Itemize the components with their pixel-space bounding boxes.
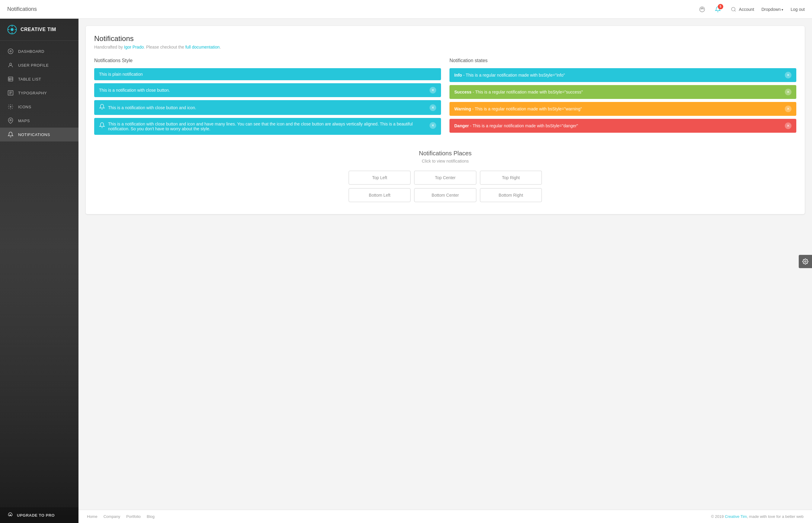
svg-point-23 <box>10 106 11 107</box>
top-nav-icons: 5 <box>697 4 739 15</box>
notification-close-btn-3[interactable]: ✕ <box>430 122 436 129</box>
sidebar-item-user-profile-label: USER PROFILE <box>18 63 49 68</box>
sidebar-item-dashboard-label: DASHBOARD <box>18 49 45 54</box>
sidebar-item-icons[interactable]: ICONS <box>0 100 79 114</box>
sidebar-item-notifications-label: NOTIFICATIONS <box>18 132 50 137</box>
account-link[interactable]: Account <box>739 7 754 12</box>
typography-icon <box>7 90 14 96</box>
bottom-right-button[interactable]: Bottom Right <box>480 188 542 202</box>
docs-link[interactable]: full documentation <box>185 44 220 50</box>
notification-bell-icon[interactable]: 5 <box>712 4 723 15</box>
notification-success-close[interactable]: ✕ <box>785 89 792 95</box>
notification-warning-text: Warning - This is a regular notification… <box>454 107 582 111</box>
sidebar-nav: DASHBOARD USER PROFILE <box>0 41 79 507</box>
notification-warning: Warning - This is a regular notification… <box>449 102 796 116</box>
sidebar-item-table-list-label: TABLE LIST <box>18 77 41 82</box>
notification-info-text: Info - This is a regular notification ma… <box>454 73 565 77</box>
notification-badge: 5 <box>718 4 723 10</box>
top-left-button[interactable]: Top Left <box>349 171 411 185</box>
bottom-center-button[interactable]: Bottom Center <box>414 188 476 202</box>
top-nav-right: Account Dropdown Log out <box>739 7 805 12</box>
brand-logo-icon <box>7 25 17 34</box>
places-section: Notifications Places Click to view notif… <box>94 150 796 202</box>
notification-close-btn-1[interactable]: ✕ <box>430 87 436 93</box>
dashboard-icon <box>7 48 14 55</box>
notification-plain: This is plain notification <box>94 68 441 80</box>
sidebar-brand[interactable]: CREATIVE TIM <box>0 19 79 41</box>
footer-blog[interactable]: Blog <box>147 514 155 519</box>
dropdown-link[interactable]: Dropdown <box>761 7 783 12</box>
table-icon <box>7 76 14 82</box>
notification-multiline-text: This is a notification with close button… <box>108 122 427 131</box>
notification-success: Success - This is a regular notification… <box>449 85 796 99</box>
page-title: Notifications <box>7 6 697 12</box>
footer-home[interactable]: Home <box>87 514 98 519</box>
top-center-button[interactable]: Top Center <box>414 171 476 185</box>
palette-icon[interactable] <box>697 4 708 15</box>
svg-line-5 <box>735 10 735 11</box>
notification-info: Info - This is a regular notification ma… <box>449 68 796 82</box>
sidebar-item-icons-label: ICONS <box>18 105 31 109</box>
upgrade-button[interactable]: UPGRADE TO PRO <box>0 507 79 523</box>
rocket-icon <box>7 512 13 518</box>
footer-right: © 2019 Creative Tim, made with love for … <box>711 514 804 519</box>
notification-danger: Danger - This is a regular notification … <box>449 119 796 133</box>
footer-portfolio[interactable]: Portfolio <box>126 514 141 519</box>
main-content: Notifications Handcrafted by Igor Prado.… <box>79 19 812 510</box>
top-nav: Notifications 5 Account Dropdown Log out <box>0 0 812 19</box>
author-link[interactable]: Igor Prado <box>124 44 144 50</box>
places-grid: Top Left Top Center Top Right Bottom Lef… <box>349 171 542 202</box>
svg-point-7 <box>11 28 14 31</box>
sidebar-content: CREATIVE TIM DASHBOARD <box>0 19 79 523</box>
footer-links: Home Company Portfolio Blog <box>87 514 155 519</box>
places-title: Notifications Places <box>94 150 796 157</box>
notification-warning-close[interactable]: ✕ <box>785 106 792 112</box>
sidebar-item-dashboard[interactable]: DASHBOARD <box>0 44 79 58</box>
svg-point-12 <box>8 49 13 54</box>
notification-with-close: This is a notification with close button… <box>94 83 441 97</box>
sections-row: Notifications Style This is plain notifi… <box>94 58 796 138</box>
logout-link[interactable]: Log out <box>791 7 805 12</box>
notification-multiline: This is a notification with close button… <box>94 118 441 135</box>
notification-info-close[interactable]: ✕ <box>785 72 792 78</box>
sidebar-item-maps[interactable]: MAPS <box>0 114 79 128</box>
icons-nav-icon <box>7 104 14 110</box>
bottom-left-button[interactable]: Bottom Left <box>349 188 411 202</box>
subtitle-prefix: Handcrafted by <box>94 44 124 50</box>
svg-point-4 <box>731 7 735 11</box>
notifications-style-title: Notifications Style <box>94 58 441 64</box>
notification-close-text: This is a notification with close button… <box>99 88 427 93</box>
notification-plain-text: This is plain notification <box>99 72 436 77</box>
sidebar-item-maps-label: MAPS <box>18 119 30 123</box>
notification-danger-close[interactable]: ✕ <box>785 123 792 129</box>
layout: CREATIVE TIM DASHBOARD <box>0 19 812 523</box>
sidebar-item-notifications[interactable]: NOTIFICATIONS <box>0 128 79 142</box>
subtitle-middle: . Please checkout the <box>144 44 185 50</box>
map-icon <box>7 117 14 124</box>
svg-point-14 <box>10 63 12 65</box>
search-icon[interactable] <box>728 4 739 15</box>
places-subtitle: Click to view notifications <box>94 159 796 163</box>
notification-states-section: Notification states Info - This is a reg… <box>449 58 796 138</box>
footer-brand-link[interactable]: Creative Tim <box>725 514 747 519</box>
footer-company[interactable]: Company <box>104 514 120 519</box>
notification-success-text: Success - This is a regular notification… <box>454 90 583 94</box>
svg-point-2 <box>702 7 703 8</box>
notification-states-title: Notification states <box>449 58 796 64</box>
sidebar-item-typography[interactable]: TYPOGRAPHY <box>0 86 79 100</box>
footer-suffix: , made with love for a better web <box>747 514 804 519</box>
sidebar-item-table-list[interactable]: TABLE LIST <box>0 72 79 86</box>
sidebar-item-user-profile[interactable]: USER PROFILE <box>0 58 79 72</box>
gear-icon <box>802 258 808 265</box>
notification-bell-icon-2 <box>99 122 105 130</box>
svg-point-1 <box>701 8 702 9</box>
subtitle-suffix: . <box>220 44 221 50</box>
notification-icon-text: This is a notification with close button… <box>108 105 427 110</box>
notification-close-btn-2[interactable]: ✕ <box>430 104 436 111</box>
top-right-button[interactable]: Top Right <box>480 171 542 185</box>
sidebar-item-typography-label: TYPOGRAPHY <box>18 91 47 95</box>
footer-copyright: © 2019 <box>711 514 725 519</box>
bell-icon <box>7 131 14 138</box>
gear-widget[interactable] <box>799 255 812 268</box>
notification-bell-icon-1 <box>99 104 105 111</box>
